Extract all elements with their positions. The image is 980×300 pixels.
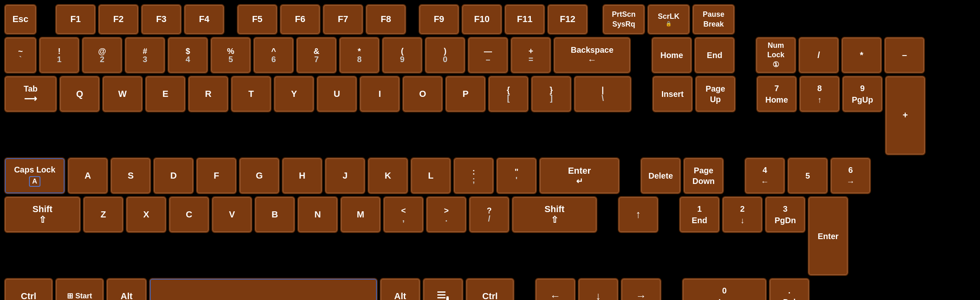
key-6[interactable]: ^ 6: [253, 37, 294, 74]
key-x[interactable]: X: [126, 196, 167, 233]
key-7[interactable]: & 7: [296, 37, 337, 74]
key-i[interactable]: I: [359, 76, 400, 112]
key-numlock[interactable]: NumLock①: [755, 37, 796, 74]
key-f3[interactable]: F3: [141, 4, 182, 35]
key-k[interactable]: K: [368, 157, 408, 194]
key-v[interactable]: V: [212, 196, 252, 233]
key-pause[interactable]: PauseBreak: [692, 4, 735, 35]
key-home[interactable]: Home: [651, 37, 692, 74]
key-f10[interactable]: F10: [461, 4, 502, 35]
key-y[interactable]: Y: [274, 76, 314, 112]
key-s[interactable]: S: [110, 157, 151, 194]
key-menu[interactable]: [423, 278, 463, 300]
key-num6[interactable]: 6→: [830, 157, 871, 194]
key-pageup[interactable]: PageUp: [695, 76, 736, 112]
key-e[interactable]: E: [145, 76, 186, 112]
key-t[interactable]: T: [231, 76, 272, 112]
key-scrlk[interactable]: ScrLK🔒: [647, 4, 690, 35]
key-f6[interactable]: F6: [280, 4, 321, 35]
key-ralt[interactable]: Alt: [380, 278, 421, 300]
key-pagedown[interactable]: PageDown: [683, 157, 724, 194]
key-backspace[interactable]: Backspace←: [553, 37, 631, 74]
key-backslash[interactable]: | \: [574, 76, 632, 112]
key-start[interactable]: ⊞ Start: [55, 278, 104, 300]
key-f11[interactable]: F11: [504, 4, 545, 35]
key-a[interactable]: A: [67, 157, 108, 194]
key-w[interactable]: W: [102, 76, 143, 112]
key-rctrl[interactable]: Ctrl: [466, 278, 514, 300]
key-f8[interactable]: F8: [365, 4, 406, 35]
key-l[interactable]: L: [410, 157, 451, 194]
key-f4[interactable]: F4: [184, 4, 225, 35]
key-slash[interactable]: ? /: [469, 196, 510, 233]
key-num2[interactable]: 2↓: [722, 196, 763, 233]
key-f[interactable]: F: [196, 157, 237, 194]
key-f2[interactable]: F2: [98, 4, 139, 35]
key-numstar[interactable]: *: [841, 37, 882, 74]
key-down[interactable]: ↓: [578, 278, 619, 300]
key-semicolon[interactable]: : ;: [453, 157, 494, 194]
key-capslock[interactable]: Caps Lock A: [4, 157, 65, 194]
key-num3[interactable]: 3PgDn: [765, 196, 806, 233]
key-end[interactable]: End: [694, 37, 735, 74]
key-numenter[interactable]: Enter: [808, 196, 849, 276]
key-comma[interactable]: < ,: [383, 196, 424, 233]
key-esc[interactable]: Esc: [4, 4, 37, 35]
key-enter[interactable]: Enter↵: [539, 157, 620, 194]
key-num7[interactable]: 7Home: [756, 76, 797, 112]
key-1[interactable]: ! 1: [39, 37, 80, 74]
key-b[interactable]: B: [254, 196, 295, 233]
key-f9[interactable]: F9: [419, 4, 459, 35]
key-num9[interactable]: 9PgUp: [842, 76, 883, 112]
key-3[interactable]: # 3: [125, 37, 165, 74]
key-lctrl[interactable]: Ctrl: [4, 278, 53, 300]
key-f5[interactable]: F5: [237, 4, 278, 35]
key-up[interactable]: ↑: [618, 196, 659, 233]
key-tab[interactable]: Tab⟶: [4, 76, 57, 112]
key-4[interactable]: $ 4: [167, 37, 208, 74]
key-9[interactable]: ( 9: [382, 37, 423, 74]
key-num5[interactable]: 5: [787, 157, 828, 194]
key-num0[interactable]: 0Ins: [682, 278, 767, 300]
key-r[interactable]: R: [188, 76, 229, 112]
key-p[interactable]: P: [445, 76, 486, 112]
key-prtscn[interactable]: PrtScnSysRq: [602, 4, 645, 35]
key-f12[interactable]: F12: [547, 4, 588, 35]
key-o[interactable]: O: [402, 76, 443, 112]
key-n[interactable]: N: [297, 196, 338, 233]
key-closebrace[interactable]: } ]: [531, 76, 572, 112]
key-j[interactable]: J: [325, 157, 365, 194]
key-8[interactable]: * 8: [339, 37, 380, 74]
key-lalt[interactable]: Alt: [106, 278, 147, 300]
key-numdot[interactable]: .Del: [769, 278, 810, 300]
key-z[interactable]: Z: [83, 196, 124, 233]
key-2[interactable]: @ 2: [82, 37, 122, 74]
key-right[interactable]: →: [621, 278, 662, 300]
key-f7[interactable]: F7: [323, 4, 363, 35]
key-quote[interactable]: " ': [496, 157, 537, 194]
key-left[interactable]: ←: [535, 278, 576, 300]
key-space[interactable]: [149, 278, 378, 300]
key-f1[interactable]: F1: [55, 4, 96, 35]
key-tilde[interactable]: ~ `: [4, 37, 37, 74]
key-minus[interactable]: — –: [468, 37, 508, 74]
key-lshift[interactable]: Shift⇧: [4, 196, 81, 233]
key-c[interactable]: C: [169, 196, 209, 233]
key-d[interactable]: D: [153, 157, 194, 194]
key-q[interactable]: Q: [59, 76, 100, 112]
key-5[interactable]: % 5: [210, 37, 251, 74]
key-g[interactable]: G: [239, 157, 280, 194]
key-numslash[interactable]: /: [798, 37, 839, 74]
key-num1[interactable]: 1End: [679, 196, 720, 233]
key-0[interactable]: ) 0: [425, 37, 466, 74]
key-h[interactable]: H: [282, 157, 323, 194]
key-num4[interactable]: 4←: [744, 157, 785, 194]
key-openbrace[interactable]: { [: [488, 76, 529, 112]
key-num8[interactable]: 8↑: [799, 76, 840, 112]
key-period[interactable]: > .: [426, 196, 467, 233]
key-insert[interactable]: Insert: [652, 76, 693, 112]
key-m[interactable]: M: [340, 196, 381, 233]
key-rshift[interactable]: Shift⇧: [512, 196, 597, 233]
key-numplus[interactable]: +: [885, 76, 926, 155]
key-numminus[interactable]: –: [884, 37, 925, 74]
